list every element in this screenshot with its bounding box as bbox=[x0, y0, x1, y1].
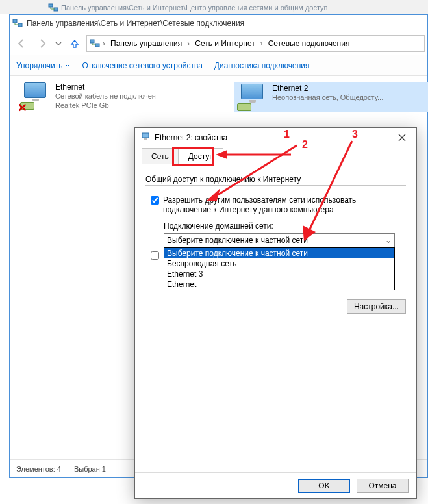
svg-rect-2 bbox=[13, 19, 17, 23]
connection-name: Ethernet 2 bbox=[272, 84, 383, 93]
allow-sharing-row: Разрешить другим пользователям сети испо… bbox=[151, 195, 406, 215]
allow-control-checkbox[interactable] bbox=[151, 251, 159, 260]
connection-item-ethernet2-selected[interactable]: Ethernet 2 Неопознанная сеть, Общедосту.… bbox=[234, 82, 428, 112]
svg-rect-6 bbox=[142, 133, 149, 138]
address-bar: › Панель управления › Сеть и Интернет › … bbox=[10, 32, 427, 55]
background-window-titlebar: Панель управления\Сеть и Интернет\Центр … bbox=[0, 0, 428, 14]
adapter-icon: ✕ bbox=[20, 82, 51, 110]
error-x-icon: ✕ bbox=[18, 101, 28, 111]
annotation-number-3: 3 bbox=[352, 129, 358, 140]
diagnose-button[interactable]: Диагностика подключения bbox=[214, 61, 310, 70]
network-folder-icon bbox=[12, 18, 23, 29]
breadcrumb-icon bbox=[90, 38, 100, 49]
adapter-icon bbox=[237, 84, 268, 111]
network-icon bbox=[48, 3, 58, 13]
connection-status: Сетевой кабель не подключен bbox=[55, 92, 156, 101]
history-dropdown[interactable] bbox=[54, 39, 63, 48]
dialog-titlebar[interactable]: Ethernet 2: свойства bbox=[135, 128, 416, 147]
close-icon bbox=[398, 134, 406, 142]
annotation-number-2: 2 bbox=[302, 139, 308, 151]
breadcrumb-item[interactable]: Сетевые подключения bbox=[266, 38, 353, 49]
chevron-down-icon bbox=[65, 63, 70, 68]
breadcrumb-item[interactable]: Панель управления bbox=[108, 38, 184, 49]
sharing-group-title: Общий доступ к подключению к Интернету bbox=[145, 175, 406, 184]
up-button[interactable] bbox=[66, 34, 84, 53]
svg-rect-0 bbox=[49, 4, 53, 7]
svg-rect-7 bbox=[144, 138, 147, 140]
settings-button[interactable]: Настройка... bbox=[347, 299, 406, 314]
ok-button[interactable]: OK bbox=[298, 479, 350, 493]
dialog-button-row: OK Отмена bbox=[135, 472, 416, 498]
forward-button[interactable] bbox=[33, 34, 51, 53]
connection-item-ethernet[interactable]: ✕ Ethernet Сетевой кабель не подключен R… bbox=[20, 82, 215, 110]
allow-control-row bbox=[151, 251, 406, 260]
chevron-right-icon[interactable]: › bbox=[101, 39, 107, 48]
dialog-title: Ethernet 2: свойства bbox=[155, 133, 227, 142]
chevron-right-icon[interactable]: › bbox=[259, 39, 264, 48]
close-button[interactable] bbox=[393, 131, 411, 145]
combo-option[interactable]: Беспроводная сеть bbox=[164, 258, 394, 269]
cancel-button[interactable]: Отмена bbox=[357, 479, 409, 493]
group-end-separator bbox=[145, 314, 406, 314]
chevron-down-icon: ⌄ bbox=[385, 236, 392, 245]
item-count: Элементов: 4 bbox=[16, 465, 61, 473]
window-title-text: Панель управления\Сеть и Интернет\Сетевы… bbox=[27, 19, 244, 28]
allow-sharing-label: Разрешить другим пользователям сети испо… bbox=[163, 195, 390, 215]
home-network-label: Подключение домашней сети: bbox=[164, 221, 406, 231]
background-path-text: Панель управления\Сеть и Интернет\Центр … bbox=[61, 4, 328, 12]
group-separator bbox=[145, 185, 406, 186]
back-button[interactable] bbox=[12, 34, 31, 53]
command-toolbar: Упорядочить Отключение сетевого устройст… bbox=[10, 55, 427, 76]
combo-option[interactable]: Ethernet bbox=[164, 279, 394, 290]
home-network-combo[interactable]: Выберите подключение к частной сети ⌄ bbox=[164, 233, 395, 247]
connection-device: Realtek PCIe Gb bbox=[55, 101, 156, 110]
tab-content-access: Общий доступ к подключению к Интернету Р… bbox=[135, 164, 416, 472]
adapter-small-icon bbox=[140, 132, 151, 144]
window-titlebar[interactable]: Панель управления\Сеть и Интернет\Сетевы… bbox=[10, 15, 427, 32]
annotation-number-1: 1 bbox=[284, 129, 290, 140]
organize-menu[interactable]: Упорядочить bbox=[16, 61, 70, 70]
connection-status: Неопознанная сеть, Общедосту... bbox=[272, 93, 383, 102]
breadcrumb-item[interactable]: Сеть и Интернет bbox=[192, 38, 257, 49]
svg-rect-4 bbox=[90, 40, 94, 43]
breadcrumb-bar[interactable]: › Панель управления › Сеть и Интернет › … bbox=[86, 35, 425, 52]
annotation-box-tab bbox=[172, 147, 214, 166]
connection-name: Ethernet bbox=[55, 82, 156, 92]
disable-device-button[interactable]: Отключение сетевого устройства bbox=[82, 61, 202, 70]
combo-option[interactable]: Ethernet 3 bbox=[164, 269, 394, 279]
ethernet-properties-dialog: Ethernet 2: свойства Сеть Доступ Общий д… bbox=[134, 127, 417, 499]
selection-count: Выбран 1 bbox=[74, 465, 106, 473]
allow-sharing-checkbox[interactable] bbox=[151, 196, 159, 205]
chevron-right-icon[interactable]: › bbox=[186, 39, 191, 48]
